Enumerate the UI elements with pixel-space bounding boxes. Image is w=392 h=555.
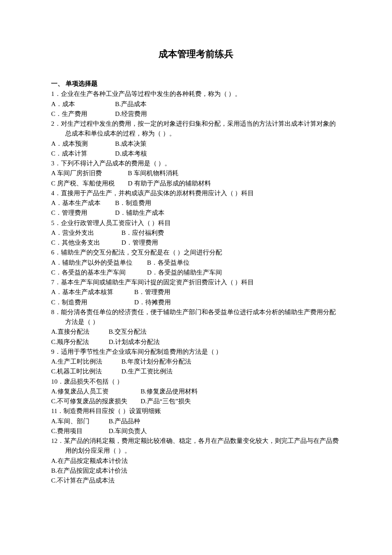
option: D.产品“三包”损失 (141, 396, 191, 406)
option: A.直接分配法 (51, 327, 109, 337)
option-row: C.不计算在产品成本法 (51, 476, 341, 486)
option: C.不计算在产品成本法 (51, 476, 115, 486)
question-stem: 9．适用于季节性生产企业或车间分配制造费用的方法是（ ） (51, 347, 341, 357)
option: C．生产费用 (51, 109, 115, 119)
option: D．管理费用 (121, 238, 158, 248)
question-number: 5． (51, 220, 61, 226)
option: A.车间、部门 (51, 416, 109, 426)
question-text: 对生产过程中发生的费用，按一定的对象进行归集和分配，采用适当的方法计算出成本计算… (61, 120, 336, 137)
option-row: A.生产工时比例法B.年度计划分配率分配法 (51, 357, 341, 367)
question-text: 能分清各责任单位的经济责任，便于辅助生产部门和各受益单位进行成本分析的辅助生产费… (61, 309, 336, 325)
question-number: 4． (51, 190, 61, 197)
option: B.在产品按固定成本计价法 (51, 466, 127, 476)
section-heading: 一、 单项选择题 (51, 78, 341, 88)
question-text: 某产品的消耗定额，费用定额比较准确、稳定，各月在产品数量变化较大，则完工产品与在… (64, 437, 339, 454)
option: D．待摊费用 (134, 298, 171, 307)
question-text: 废品损失不包括（ ） (64, 378, 123, 385)
option: B．应付福利费 (121, 228, 164, 238)
question-text: 企业行政管理人员工资应计入（ ）科目 (61, 220, 171, 226)
question-number: 7． (51, 279, 61, 286)
question-number: 12． (51, 437, 64, 444)
option: D.车间负责人 (109, 426, 147, 436)
option-row: A 车间厂房折旧费B 车间机物料消耗 (51, 168, 341, 178)
option-row: A．辅助生产以外的受益单位B．各受益单位 (51, 258, 341, 268)
question-stem: 6．辅助生产的交互分配法，交互分配是在（ ）之间进行分配 (51, 248, 341, 257)
option-row: C．其他业务支出D．管理费用 (51, 238, 341, 248)
option-row: C.不可修复废品的报废损失D.产品“三包”损失 (51, 396, 341, 406)
question-stem: 8．能分清各责任单位的经济责任，便于辅助生产部门和各受益单位进行成本分析的辅助生… (51, 307, 341, 327)
option: C.不可修复废品的报废损失 (51, 396, 141, 406)
question-stem: 4．直接用于产品生产，并构成该产品实体的原材料费用应计入（ ）科目 (51, 188, 341, 198)
option: A．基本生产成本 (51, 198, 115, 208)
question-text: 适用于季节性生产企业或车间分配制造费用的方法是（ ） (61, 348, 222, 355)
question-number: 10． (51, 378, 64, 385)
option-row: B.在产品按固定成本计价法 (51, 466, 341, 476)
question-stem: 7．基本生产车间或辅助生产车间计提的固定资产折旧费应计入（ ）科目 (51, 278, 341, 287)
question-stem: 1．企业在生产各种工业产品等过程中发生的各种耗费，称为（ ）。 (51, 89, 341, 99)
option-row: A.在产品按定额成本计价法 (51, 456, 341, 466)
option-row: C.顺序分配法D.计划成本分配法 (51, 337, 341, 347)
option: B 车间机物料消耗 (128, 168, 179, 178)
question-text: 下列不得计入产品成本的费用是（ ）。 (61, 160, 171, 167)
question-text: 直接用于产品生产，并构成该产品实体的原材料费用应计入（ ）科目 (61, 190, 254, 197)
option-row: A.修复废品人员工资B.修复废品使用材料 (51, 387, 341, 396)
question-number: 8． (51, 309, 61, 315)
option: D.成本考核 (115, 149, 147, 159)
page-title: 成本管理考前练兵 (51, 47, 341, 61)
option: B.年度计划分配率分配法 (121, 357, 191, 367)
option: C．其他业务支出 (51, 238, 121, 248)
option: C．成本计算 (51, 149, 115, 159)
option: D．辅助生产成本 (115, 208, 164, 218)
option: A.在产品按定额成本计价法 (51, 456, 128, 466)
question-number: 1． (51, 90, 61, 97)
option-row: C 房产税、车船使用税D 有助于产品形成的辅助材料 (51, 179, 341, 188)
option: C.费用项目 (51, 426, 109, 436)
question-text: 辅助生产的交互分配法，交互分配是在（ ）之间进行分配 (61, 249, 222, 256)
question-stem: 5．企业行政管理人员工资应计入（ ）科目 (51, 218, 341, 228)
question-number: 3． (51, 160, 61, 167)
option-row: A．基本生产成本B．制造费用 (51, 198, 341, 208)
option: A．营业外支出 (51, 228, 121, 238)
option: A.修复废品人员工资 (51, 387, 141, 396)
option: D.生产工资比例法 (121, 367, 173, 376)
option-row: C．管理费用D．辅助生产成本 (51, 208, 341, 218)
option: B.成本决策 (115, 139, 147, 149)
option: C.机器工时比例法 (51, 367, 121, 376)
option: A．辅助生产以外的受益单位 (51, 258, 147, 268)
option-row: A.直接分配法B.交互分配法 (51, 327, 341, 337)
option-row: A．成本预测B.成本决策 (51, 139, 341, 149)
option-row: A．营业外支出B．应付福利费 (51, 228, 341, 238)
question-text: 企业在生产各种工业产品等过程中发生的各种耗费，称为（ ）。 (61, 90, 242, 97)
question-number: 11． (51, 408, 63, 414)
option: C 房产税、车船使用税 (51, 179, 128, 188)
question-stem: 3．下列不得计入产品成本的费用是（ ）。 (51, 159, 341, 168)
option: B．制造费用 (115, 198, 151, 208)
option: B.修复废品使用材料 (141, 387, 198, 396)
option-row: C．成本计算D.成本考核 (51, 149, 341, 159)
option: A．成本 (51, 99, 115, 109)
option: B．管理费用 (134, 287, 170, 297)
option-row: A.车间、部门B.产品品种 (51, 416, 341, 426)
option-row: A．基本生产成本核算B．管理费用 (51, 287, 341, 297)
option: C．管理费用 (51, 208, 115, 218)
question-stem: 12．某产品的消耗定额，费用定额比较准确、稳定，各月在产品数量变化较大，则完工产… (51, 436, 341, 456)
option: A.生产工时比例法 (51, 357, 121, 367)
question-text: 制造费用科目应按（ ）设置明细账 (63, 408, 161, 414)
exam-page: 成本管理考前练兵 一、 单项选择题 1．企业在生产各种工业产品等过程中发生的各种… (0, 0, 392, 511)
option: B.产品品种 (109, 416, 140, 426)
question-text: 基本生产车间或辅助生产车间计提的固定资产折旧费应计入（ ）科目 (61, 279, 254, 286)
question-list: 1．企业在生产各种工业产品等过程中发生的各种耗费，称为（ ）。A．成本B.产品成… (51, 89, 341, 486)
question-stem: 11．制造费用科目应按（ ）设置明细账 (51, 406, 341, 416)
question-number: 2． (51, 120, 61, 127)
option-row: C.机器工时比例法D.生产工资比例法 (51, 367, 341, 376)
option: B.交互分配法 (109, 327, 147, 337)
option-row: C．各受益的基本生产车间D．各受益的辅助生产车间 (51, 268, 341, 278)
option-row: C.费用项目D.车间负责人 (51, 426, 341, 436)
option: D 有助于产品形成的辅助材料 (128, 179, 211, 188)
question-stem: 2．对生产过程中发生的费用，按一定的对象进行归集和分配，采用适当的方法计算出成本… (51, 119, 341, 139)
option: C．制造费用 (51, 298, 134, 307)
option: B.产品成本 (115, 99, 147, 109)
question-number: 9． (51, 348, 61, 355)
question-stem: 10．废品损失不包括（ ） (51, 377, 341, 387)
option: D.经营费用 (115, 109, 147, 119)
